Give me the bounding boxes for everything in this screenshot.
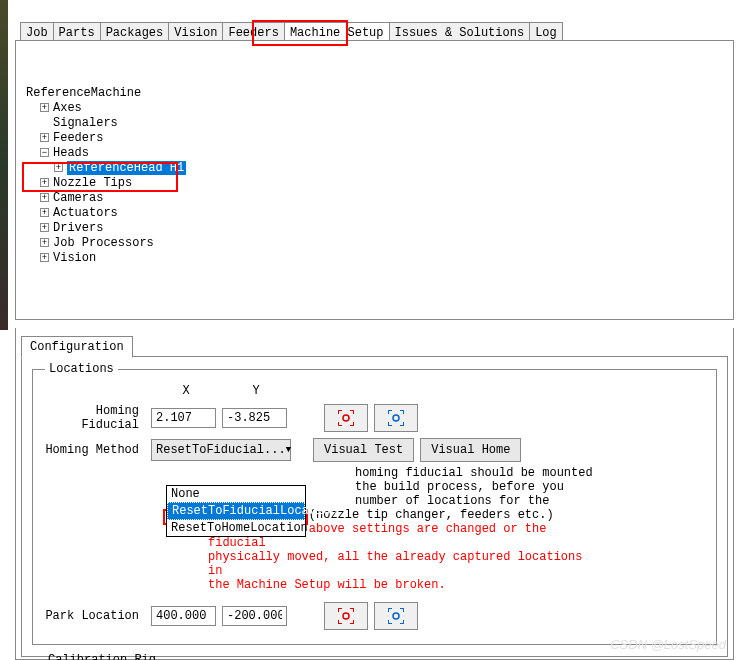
chevron-down-icon: ▼	[286, 445, 291, 455]
svg-rect-16	[403, 422, 404, 426]
tree-root[interactable]: ReferenceMachine	[26, 86, 723, 101]
x-header: X	[151, 384, 221, 398]
tree-cameras[interactable]: +Cameras	[26, 191, 723, 206]
plus-icon[interactable]: +	[40, 133, 49, 142]
tab-configuration[interactable]: Configuration	[21, 336, 133, 358]
homing-method-label: Homing Method	[45, 443, 145, 457]
svg-rect-23	[338, 620, 339, 624]
tree-ref-head[interactable]: +ReferenceHead H1	[26, 161, 723, 176]
warn-line-3: the Machine Setup will be broken.	[208, 578, 588, 592]
locations-group: Locations X Y Homing Fiducial Homing Met…	[32, 362, 717, 645]
move-camera-icon[interactable]	[374, 602, 418, 630]
dropdown-option-none[interactable]: None	[167, 486, 305, 502]
homing-fiducial-label: Homing Fiducial	[45, 404, 145, 432]
visual-home-button[interactable]: Visual Home	[420, 438, 521, 462]
svg-rect-30	[403, 608, 404, 612]
minus-icon[interactable]: −	[40, 148, 49, 157]
park-y[interactable]	[222, 606, 287, 626]
plus-icon[interactable]: +	[40, 223, 49, 232]
dropdown-option-fiducial[interactable]: ResetToFiducialLocation	[167, 502, 305, 520]
note-line-3: number of locations for the	[355, 494, 704, 508]
plus-icon[interactable]: +	[40, 253, 49, 262]
park-x[interactable]	[151, 606, 216, 626]
tree-actuators[interactable]: +Actuators	[26, 206, 723, 221]
tree-heads[interactable]: −Heads	[26, 146, 723, 161]
calibration-group: Calibration Rig	[32, 653, 717, 660]
svg-rect-1	[338, 410, 339, 414]
homing-fiducial-x[interactable]	[151, 408, 216, 428]
svg-rect-7	[353, 422, 354, 426]
tree-job-processors[interactable]: +Job Processors	[26, 236, 723, 251]
plus-icon[interactable]: +	[40, 193, 49, 202]
homing-method-select[interactable]: ResetToFiducial... ▼	[151, 439, 291, 461]
svg-rect-28	[388, 608, 389, 612]
homing-fiducial-y[interactable]	[222, 408, 287, 428]
tree-signalers[interactable]: Signalers	[26, 116, 723, 131]
plus-icon[interactable]: +	[40, 178, 49, 187]
plus-icon[interactable]: +	[40, 208, 49, 217]
svg-rect-12	[403, 410, 404, 414]
svg-rect-25	[353, 620, 354, 624]
svg-rect-32	[388, 620, 389, 624]
dropdown-option-home[interactable]: ResetToHomeLocation	[167, 520, 305, 536]
note-line-2: the build process, before you	[355, 480, 704, 494]
calibration-legend: Calibration Rig	[44, 653, 160, 660]
svg-rect-10	[388, 410, 389, 414]
plus-icon[interactable]: +	[40, 238, 49, 247]
watermark: CSDN @LostSpeed	[610, 637, 726, 652]
locations-legend: Locations	[45, 362, 118, 376]
svg-point-8	[343, 415, 349, 421]
svg-point-17	[393, 415, 399, 421]
config-panel: Configuration Locations X Y Homing Fiduc…	[15, 328, 734, 660]
homing-method-dropdown[interactable]: None ResetToFiducialLocation ResetToHome…	[166, 485, 306, 537]
tree-feeders[interactable]: +Feeders	[26, 131, 723, 146]
capture-camera-icon[interactable]	[324, 404, 368, 432]
tree-nozzle-tips[interactable]: +Nozzle Tips	[26, 176, 723, 191]
park-location-label: Park Location	[45, 609, 145, 623]
warn-line-2: physically moved, all the already captur…	[208, 550, 588, 578]
tree-drivers[interactable]: +Drivers	[26, 221, 723, 236]
tree-axes[interactable]: +Axes	[26, 101, 723, 116]
move-camera-icon[interactable]	[374, 404, 418, 432]
tree-vision[interactable]: +Vision	[26, 251, 723, 266]
svg-rect-21	[353, 608, 354, 612]
svg-rect-14	[388, 422, 389, 426]
capture-camera-icon[interactable]	[324, 602, 368, 630]
svg-rect-34	[403, 620, 404, 624]
visual-test-button[interactable]: Visual Test	[313, 438, 414, 462]
machine-tree[interactable]: ReferenceMachine +Axes Signalers +Feeder…	[15, 40, 734, 320]
svg-point-35	[393, 613, 399, 619]
svg-rect-3	[353, 410, 354, 414]
svg-rect-19	[338, 608, 339, 612]
svg-point-26	[343, 613, 349, 619]
plus-icon[interactable]: +	[54, 163, 63, 172]
plus-icon[interactable]: +	[40, 103, 49, 112]
note-line-1: homing fiducial should be mounted	[355, 466, 704, 480]
y-header: Y	[221, 384, 291, 398]
svg-rect-5	[338, 422, 339, 426]
